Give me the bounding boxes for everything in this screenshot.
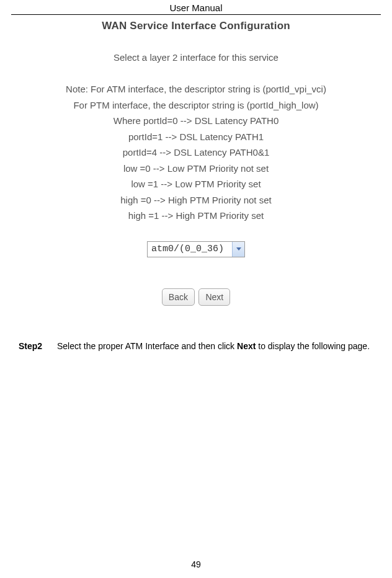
note-block: Note: For ATM interface, the descriptor … <box>0 81 392 224</box>
back-button[interactable]: Back <box>162 288 195 306</box>
note-line: low =0 --> Low PTM Priority not set <box>19 161 373 177</box>
step-text-before: Select the proper ATM Interface and then… <box>57 341 237 351</box>
config-intro: Select a layer 2 interface for this serv… <box>0 52 392 63</box>
step-body: Select the proper ATM Interface and then… <box>57 338 378 355</box>
interface-select-value: atm0/(0_0_36) <box>148 244 232 254</box>
step-text-after: to display the following page. <box>256 341 370 351</box>
note-line: high =1 --> High PTM Priority set <box>19 208 373 224</box>
doc-header: User Manual <box>0 0 392 14</box>
note-line: high =0 --> High PTM Priority not set <box>19 192 373 208</box>
page-number: 49 <box>0 559 392 569</box>
next-button[interactable]: Next <box>198 288 230 306</box>
note-line: low =1 --> Low PTM Priority set <box>19 176 373 192</box>
note-line: Note: For ATM interface, the descriptor … <box>19 81 373 97</box>
step-text-bold: Next <box>237 341 256 351</box>
interface-select[interactable]: atm0/(0_0_36) <box>147 241 245 257</box>
note-line: portId=4 --> DSL Latency PATH0&1 <box>19 144 373 161</box>
interface-select-wrap: atm0/(0_0_36) <box>0 241 392 257</box>
note-line: Where portId=0 --> DSL Latency PATH0 <box>19 113 373 129</box>
doc-title: User Manual <box>169 2 222 13</box>
chevron-down-icon <box>232 242 244 257</box>
step-block: Step2 Select the proper ATM Interface an… <box>0 318 392 355</box>
header-rule <box>11 14 381 15</box>
note-line: portId=1 --> DSL Latency PATH1 <box>19 129 373 145</box>
config-title: WAN Service Interface Configuration <box>0 20 392 32</box>
note-line: For PTM interface, the descriptor string… <box>19 97 373 113</box>
step-label: Step2 <box>19 338 57 355</box>
button-row: Back Next <box>0 288 392 306</box>
